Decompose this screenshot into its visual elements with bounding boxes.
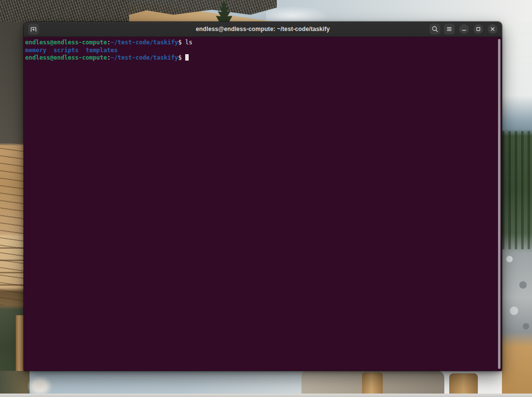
terminal-window: endless@endless-compute: ~/test-code/tas…: [24, 22, 502, 371]
wallpaper-mountain-landscape: [502, 22, 532, 397]
prompt-symbol: $: [178, 39, 182, 46]
terminal-line-ls-output: memoryscriptstemplates: [25, 47, 500, 55]
prompt-user-host: endless@endless-compute: [25, 54, 107, 61]
new-tab-icon: [30, 25, 37, 33]
directory-name: templates: [86, 47, 118, 54]
close-icon: [489, 26, 496, 33]
close-button[interactable]: [488, 24, 498, 34]
terminal-scrollbar[interactable]: [498, 39, 500, 369]
minimize-icon: [461, 26, 467, 33]
prompt-path: ~/test-code/taskify: [110, 54, 178, 61]
search-button[interactable]: [430, 24, 440, 34]
directory-name: scripts: [54, 47, 79, 54]
new-tab-button[interactable]: [28, 24, 39, 34]
minimize-button[interactable]: [459, 24, 469, 34]
prompt-symbol: $: [178, 54, 182, 61]
prompt-user-host: endless@endless-compute: [25, 39, 107, 46]
prompt-path: ~/test-code/taskify: [110, 39, 178, 46]
terminal-line-prompt-2: endless@endless-compute:~/test-code/task…: [25, 54, 500, 62]
terminal-headerbar[interactable]: endless@endless-compute: ~/test-code/tas…: [24, 22, 502, 37]
wallpaper-cloud: [266, 6, 330, 23]
wallpaper-twig-roof: [0, 0, 129, 23]
screen-bottom-strip: [0, 394, 532, 397]
menu-button[interactable]: [444, 24, 455, 34]
maximize-button[interactable]: [473, 24, 483, 34]
hamburger-menu-icon: [445, 25, 453, 33]
directory-name: memory: [25, 47, 46, 54]
terminal-cursor: [185, 54, 189, 61]
command-text: ls: [185, 39, 192, 46]
terminal-content[interactable]: endless@endless-compute:~/test-code/task…: [24, 37, 502, 371]
wallpaper-white-object: [27, 375, 53, 395]
maximize-icon: [475, 26, 482, 33]
search-icon: [431, 25, 439, 33]
terminal-line-prompt-1: endless@endless-compute:~/test-code/task…: [25, 39, 500, 47]
